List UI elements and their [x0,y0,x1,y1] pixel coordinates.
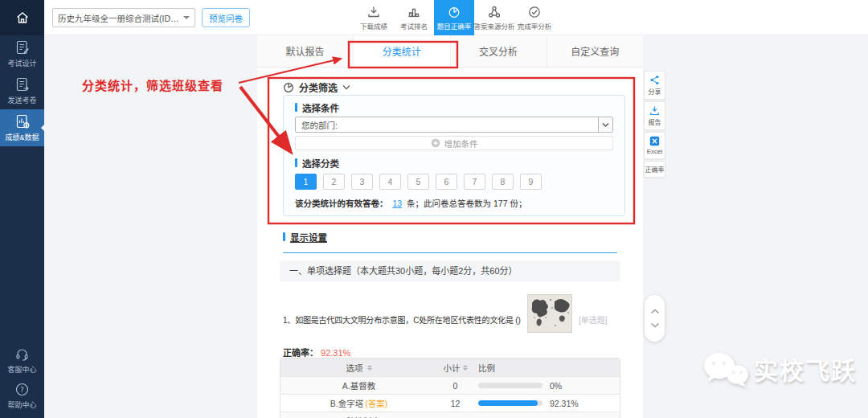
stats-suffix: 条；此问卷总答卷数为 177 份； [407,199,526,208]
table-row: B.金字塔 (答案)1292.31% [280,394,620,412]
sidebar-item-service-center[interactable]: 客服中心 [0,342,44,378]
svg-text:?: ? [20,386,24,394]
share-icon [649,75,660,85]
accuracy-rate-button[interactable]: 正确率 [644,161,665,178]
add-condition-button[interactable]: 增加条件 [295,136,613,150]
option-count: 0 [437,381,473,391]
tool-download-scores[interactable]: 下载成绩 [354,0,394,35]
scroll-down-icon[interactable] [650,322,660,328]
main-content: 分类筛选 选择条件 您的部门: 增加条件 选择分类 123456789 [257,68,643,418]
sort-icon [463,365,468,371]
tool-question-accuracy[interactable]: 题目正确率 [434,0,474,35]
home-icon [15,10,30,25]
question-text: 1、如图是古代四大文明分布示意图，C处所在地区代表性的文化是 () [283,314,521,326]
tab-cross-analysis[interactable]: 交叉分析 [451,35,547,67]
category-filter-header[interactable]: 分类筛选 [283,80,350,94]
excel-icon [649,136,660,146]
sidebar-item-label: 客服中心 [7,364,36,375]
option-label: A.基督教 [280,379,437,391]
tab-default-report[interactable]: 默认报告 [257,35,354,67]
table-row: A.基督教00% [280,376,620,394]
tool-exam-ranking[interactable]: 考试排名 [394,0,434,35]
sidebar-item-send-exam[interactable]: 发送考卷 [0,72,44,109]
category-button-2[interactable]: 2 [323,174,345,190]
category-button-5[interactable]: 5 [407,174,429,190]
source-analysis-icon [487,5,502,19]
accuracy-value: 92.31% [321,348,350,358]
stats-prefix: 该分类统计的有效答卷： [295,199,388,208]
tab-custom-query[interactable]: 自定义查询 [547,35,643,67]
exam-design-icon [14,39,31,55]
condition-select-value: 您的部门: [296,119,598,131]
category-button-4[interactable]: 4 [379,174,401,190]
sidebar: 考试设计 发送考卷 成绩&数据 客服中心 [0,0,44,418]
display-settings-link[interactable]: 显示设置 [283,232,327,242]
right-toolbar: 分享 报告 Excel 正确率 [644,71,665,178]
pie-filter-icon [283,82,294,93]
option-percent: 0% [550,381,562,391]
tool-completion-rate-analysis[interactable]: 完成率分析 [514,0,555,35]
survey-select[interactable]: 历史九年级全一册综合测试(ID:57473213) [52,8,195,27]
sidebar-item-help-center[interactable]: ? 帮助中心 [0,378,44,413]
survey-select-value: 历史九年级全一册综合测试(ID:57473213) [58,12,180,24]
table-row: C.种姓制度17.69% [280,412,620,418]
send-exam-icon [14,76,31,92]
scores-data-icon [14,113,31,129]
condition-label: 选择条件 [295,102,613,113]
category-buttons: 123456789 [295,174,613,190]
report-download-icon [649,105,660,116]
preview-survey-button[interactable]: 预览问卷 [202,8,250,27]
sidebar-item-exam-design[interactable]: 考试设计 [0,35,44,72]
sidebar-item-label: 发送考卷 [7,95,36,105]
headset-icon [14,346,30,362]
chevron-down-icon [342,84,350,91]
sidebar-item-label: 帮助中心 [7,400,36,410]
wechat-logo-icon [702,350,749,387]
valid-count-link[interactable]: 13 [392,199,402,208]
ratio-bar [478,400,542,406]
stats-line: 该分类统计的有效答卷： 13 条；此问卷总答卷数为 177 份； [295,197,613,209]
header-option[interactable]: 选项 [280,362,437,374]
category-button-3[interactable]: 3 [351,174,373,190]
scroll-up-icon[interactable] [650,309,660,314]
report-tabs: 默认报告 分类统计 交叉分析 自定义查询 [257,35,643,68]
sidebar-item-home[interactable] [0,0,44,35]
watermark: 实校飞跃 [702,350,857,387]
category-button-6[interactable]: 6 [436,174,457,190]
question-type-tag: [单选题] [579,314,608,326]
app-window: 考试设计 发送考卷 成绩&数据 客服中心 [0,0,868,418]
divider [283,252,617,253]
watermark-text: 实校飞跃 [754,351,857,387]
table-header-row: 选项 小计 比例 [280,359,620,376]
ratio-bar [478,383,542,388]
scroll-pill [645,295,665,342]
options-table-body: A.基督教00%B.金字塔 (答案)1292.31%C.种姓制度17.69% [280,376,620,418]
ranking-icon [407,5,421,19]
help-icon: ? [14,382,30,397]
pie-icon [447,5,461,19]
condition-select[interactable]: 您的部门: [295,117,613,133]
category-button-9[interactable]: 9 [520,174,542,190]
tool-answer-source-analysis[interactable]: 答案来源分析 [474,0,514,35]
sidebar-bottom: 客服中心 ? 帮助中心 [0,342,44,413]
header-ratio: 比例 [473,362,620,374]
category-button-7[interactable]: 7 [464,174,485,190]
category-button-1[interactable]: 1 [295,174,317,190]
chevron-down-icon [602,122,609,128]
report-button[interactable]: 报告 [644,101,665,130]
topbar: 历史九年级全一册综合测试(ID:57473213) 预览问卷 下载成绩 考试排名 [44,0,868,35]
share-button[interactable]: 分享 [644,71,665,100]
answer-tag: (答案) [365,397,387,409]
option-label: B.金字塔 (答案) [280,397,437,409]
tab-category-statistics[interactable]: 分类统计 [354,35,450,67]
sidebar-item-scores-data[interactable]: 成绩&数据 [0,109,44,146]
option-percent: 92.31% [550,399,579,408]
header-count[interactable]: 小计 [437,362,473,374]
chevron-down-icon [183,16,190,23]
topbar-tools: 下载成绩 考试排名 题目正确率 答案来源分析 [354,0,555,35]
accuracy-label: 正确率： [283,348,318,358]
section-header: 一、单项选择题（本大题共30小题，每小题2分，共60分） [280,260,620,281]
category-button-8[interactable]: 8 [492,174,514,190]
download-icon [366,5,381,19]
excel-button[interactable]: Excel [644,132,665,159]
